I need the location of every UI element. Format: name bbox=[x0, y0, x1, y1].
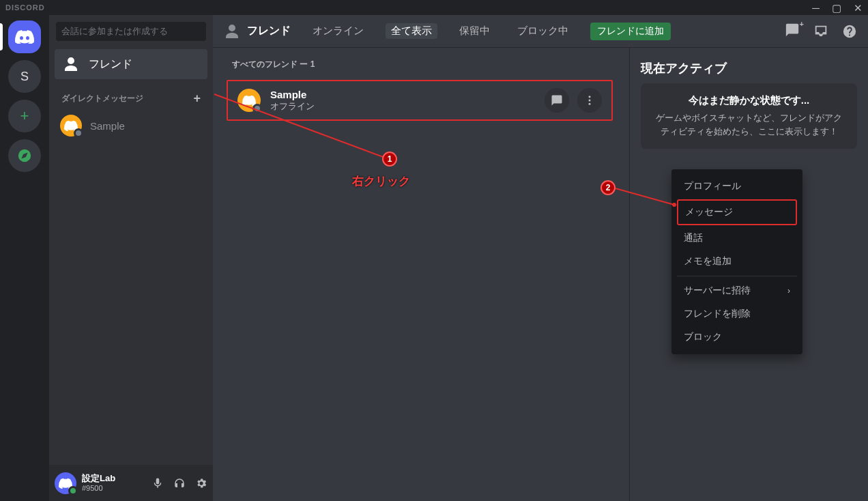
tab-all[interactable]: 全て表示 bbox=[386, 23, 437, 39]
new-group-dm-icon[interactable]: + bbox=[785, 23, 800, 40]
tab-blocked[interactable]: ブロック中 bbox=[512, 23, 574, 39]
dm-item-sample[interactable]: Sample bbox=[55, 111, 207, 141]
deafen-icon[interactable] bbox=[173, 477, 186, 489]
status-online-icon bbox=[68, 486, 78, 496]
help-icon[interactable] bbox=[842, 24, 857, 39]
dm-sidebar: 会話に参加または作成する フレンド ダイレクトメッセージ + Sample 設定… bbox=[49, 15, 213, 501]
maximize-button[interactable]: ▢ bbox=[832, 3, 841, 13]
find-conversation-input[interactable]: 会話に参加または作成する bbox=[56, 22, 206, 41]
user-settings-icon[interactable] bbox=[195, 477, 207, 489]
close-button[interactable]: ✕ bbox=[854, 3, 863, 13]
tab-pending[interactable]: 保留中 bbox=[454, 23, 495, 39]
svg-line-4 bbox=[616, 188, 674, 205]
home-button[interactable] bbox=[8, 20, 41, 53]
avatar bbox=[60, 115, 82, 137]
add-server-button[interactable]: + bbox=[8, 100, 41, 132]
svg-point-5 bbox=[672, 203, 676, 207]
cm-block[interactable]: ブロック bbox=[677, 326, 797, 349]
context-menu: プロフィール メッセージ 通話 メモを追加 サーバーに招待 › フレンドを削除 … bbox=[671, 169, 802, 354]
cm-add-note[interactable]: メモを追加 bbox=[677, 250, 797, 273]
friends-header: フレンド オンライン 全て表示 保留中 ブロック中 フレンドに追加 + bbox=[213, 15, 868, 48]
annotation-lines bbox=[213, 48, 691, 253]
dm-section-header: ダイレクトメッセージ + bbox=[49, 81, 213, 110]
cm-remove-friend[interactable]: フレンドを削除 bbox=[677, 302, 797, 326]
main-area: フレンド オンライン 全て表示 保留中 ブロック中 フレンドに追加 + すべての… bbox=[213, 15, 868, 501]
friends-nav-item[interactable]: フレンド bbox=[55, 49, 207, 79]
cm-profile[interactable]: プロフィール bbox=[677, 175, 797, 198]
user-info[interactable]: 設定Lab #9500 bbox=[82, 473, 115, 493]
window-controls: ─ ▢ ✕ bbox=[812, 3, 863, 13]
chevron-right-icon: › bbox=[787, 286, 790, 296]
server-s[interactable]: S bbox=[8, 60, 41, 93]
user-avatar[interactable] bbox=[55, 472, 76, 494]
status-offline-icon bbox=[74, 128, 83, 138]
mute-mic-icon[interactable] bbox=[151, 477, 164, 489]
server-list: S + bbox=[0, 15, 49, 501]
cm-invite[interactable]: サーバーに招待 › bbox=[677, 279, 797, 302]
add-friend-button[interactable]: フレンドに追加 bbox=[590, 23, 671, 40]
app-brand: DISCORD bbox=[5, 3, 45, 12]
inbox-icon[interactable] bbox=[813, 24, 828, 39]
cm-call[interactable]: 通話 bbox=[677, 227, 797, 250]
svg-line-3 bbox=[214, 94, 390, 160]
friends-icon bbox=[224, 23, 240, 40]
minimize-button[interactable]: ─ bbox=[812, 3, 820, 13]
friends-list-container: すべてのフレンド ー 1 Sample オフライン bbox=[213, 48, 629, 501]
user-panel: 設定Lab #9500 bbox=[49, 465, 213, 501]
friends-title: フレンド bbox=[224, 23, 291, 40]
create-dm-button[interactable]: + bbox=[193, 91, 201, 106]
cm-message[interactable]: メッセージ bbox=[677, 199, 797, 225]
explore-button[interactable] bbox=[8, 139, 41, 172]
separator bbox=[677, 276, 797, 276]
title-bar: DISCORD ─ ▢ ✕ bbox=[0, 0, 868, 15]
tab-online[interactable]: オンライン bbox=[307, 23, 369, 39]
